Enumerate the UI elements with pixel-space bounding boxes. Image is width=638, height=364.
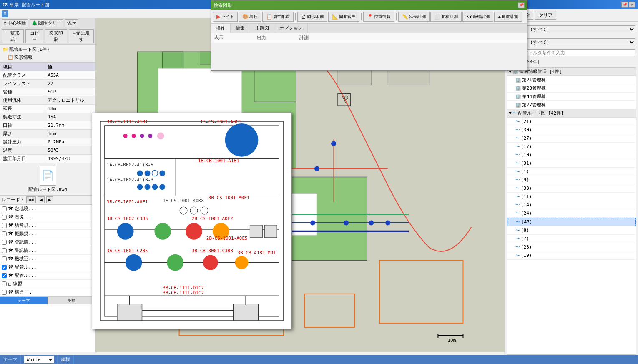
- table-row[interactable]: 配管クラスA55A: [0, 71, 95, 80]
- tree-item-building[interactable]: 🏢第21管理棟: [507, 76, 636, 84]
- sidebar-item-shape-info[interactable]: 📋 図形情報: [2, 53, 94, 61]
- search-length-btn[interactable]: 📏 延長計測: [398, 12, 430, 22]
- search-color-btn[interactable]: 🎨 着色: [239, 12, 261, 22]
- layer-item[interactable]: 🗺 石災...: [0, 213, 95, 221]
- tree-item-building[interactable]: 🏢第44管理棟: [507, 93, 636, 101]
- layer-checkbox[interactable]: [2, 256, 7, 261]
- file-icon[interactable]: 📄 配管ルート図.nwd: [28, 166, 67, 193]
- layer-item[interactable]: 🗺 構造...: [0, 288, 95, 296]
- right-close-btn[interactable]: ✕: [629, 2, 635, 8]
- table-row[interactable]: 製造寸法15A: [0, 113, 95, 121]
- layer-item[interactable]: □ 練習: [0, 280, 95, 288]
- tree-item-pipe[interactable]: 〜(27): [507, 134, 636, 143]
- attach-btn[interactable]: 添付: [65, 19, 78, 27]
- layer-checkbox[interactable]: [2, 265, 7, 270]
- record-first-btn[interactable]: ⊲⊲: [26, 196, 36, 203]
- record-prev-btn[interactable]: ◀: [38, 196, 45, 203]
- tree-item-building[interactable]: 🏢第23管理棟: [507, 84, 636, 93]
- table-row[interactable]: ラインリスト22: [0, 80, 95, 88]
- layer-tab-座標[interactable]: 座標: [48, 297, 96, 304]
- layer-item[interactable]: 🗺 敷地境...: [0, 205, 95, 213]
- tree-item-pipe[interactable]: 〜(24): [507, 209, 636, 218]
- layer-item[interactable]: 🗺 配管ル...: [0, 271, 95, 280]
- record-next-btn[interactable]: ▶: [46, 196, 53, 203]
- tree-panel: ▼ 🏢 建物情報管理 [4件] 🏢第21管理棟🏢第23管理棟🏢第44管理棟🏢第7…: [507, 67, 636, 355]
- layer-item[interactable]: 🗺 登記情...: [0, 246, 95, 255]
- undo-btn[interactable]: ⇒元に戻す: [69, 29, 94, 43]
- layer-item[interactable]: 🗺 配管ル...: [0, 263, 95, 271]
- center-move-btn[interactable]: ⊕中心移動: [2, 19, 28, 27]
- search-angle-btn[interactable]: ∠ 角度計測: [494, 12, 522, 22]
- search-range-btn[interactable]: 📐 図面範囲: [328, 12, 359, 22]
- layer-checkbox[interactable]: [2, 215, 7, 220]
- table-row[interactable]: 設計圧力0.2MPa: [0, 138, 95, 146]
- tree-item-pipe[interactable]: 〜(23): [507, 243, 636, 251]
- tree-item-pipe[interactable]: 〜(19): [507, 251, 636, 260]
- tree-item-pipe[interactable]: 〜(31): [507, 159, 636, 168]
- layer-item[interactable]: 🗺 騒音規...: [0, 221, 95, 230]
- tree-item-pipe[interactable]: 〜(14): [507, 201, 636, 209]
- search-tab-edit[interactable]: 編集: [231, 24, 250, 33]
- search-light-btn[interactable]: ▶ ライト: [213, 12, 238, 22]
- cad-svg: 3B-CS-1111-A1B1 13-CS-2001-A0C1 1B-CB-10…: [92, 113, 291, 329]
- tree-item-pipe[interactable]: 〜(9): [507, 176, 636, 184]
- tree-item-building[interactable]: 🏢第77管理棟: [507, 101, 636, 109]
- search-tab-operation[interactable]: 操作: [211, 24, 231, 33]
- app-title: 単票 配管ルート図: [10, 2, 49, 8]
- tree-collapse-pipes-icon: ▼: [509, 110, 512, 116]
- layer-name: 騒音規...: [15, 222, 37, 228]
- search-pin-btn[interactable]: 📌: [518, 2, 525, 8]
- tree-item-pipe[interactable]: 〜(17): [507, 143, 636, 151]
- tree-item-pipe[interactable]: 〜(1): [507, 168, 636, 176]
- layer-checkbox[interactable]: [2, 240, 7, 245]
- table-row[interactable]: 温度50℃: [0, 146, 95, 155]
- table-row[interactable]: 延長38m: [0, 105, 95, 113]
- layer-item[interactable]: 🗺 機械証...: [0, 255, 95, 263]
- table-row[interactable]: 管種SGP: [0, 88, 95, 96]
- layer-map-icon: □: [8, 281, 11, 286]
- layer-checkbox[interactable]: [2, 206, 7, 211]
- layer-checkbox[interactable]: [2, 223, 7, 228]
- threshold-tree-btn[interactable]: 🌲閾性ツリー: [30, 19, 63, 27]
- search-print-btn[interactable]: 🖨 図形印刷: [297, 12, 327, 22]
- tree-item-pipe[interactable]: 〜(8): [507, 226, 636, 235]
- search-coord-btn[interactable]: XY 座標計測: [462, 12, 493, 22]
- sidebar-item-piping-routes[interactable]: 📁 配管ルート図(1件): [2, 45, 94, 53]
- filter-shape-select[interactable]: ◇ (すべて): [522, 38, 635, 46]
- layer-checkbox[interactable]: [2, 290, 7, 295]
- search-pos-btn[interactable]: 📍 位置情報: [363, 12, 394, 22]
- table-row[interactable]: 施工年月日1999/4/8: [0, 155, 95, 163]
- print-shape-btn[interactable]: 図形印刷: [45, 29, 67, 43]
- tree-item-pipe[interactable]: 〜(10): [507, 151, 636, 159]
- table-row[interactable]: 使用流体アクリロニトリル: [0, 96, 95, 105]
- search-tab-theme[interactable]: 主題図: [250, 24, 274, 33]
- layer-item[interactable]: 🗺 振動規...: [0, 230, 95, 238]
- layer-checkbox[interactable]: [2, 273, 7, 278]
- tree-item-pipe[interactable]: 〜(33): [507, 184, 636, 193]
- table-row[interactable]: 口径21.7mm: [0, 121, 95, 130]
- tree-item-pipe[interactable]: 〜(7): [507, 235, 636, 243]
- list-view-btn[interactable]: 一覧形式: [2, 29, 24, 43]
- copy-btn[interactable]: コピー: [25, 29, 43, 43]
- layer-item[interactable]: 🗺 登記情...: [0, 238, 95, 246]
- layer-checkbox[interactable]: [2, 281, 7, 286]
- theme-select[interactable]: White Dark Classic: [24, 356, 54, 363]
- tree-item-pipe[interactable]: 〜(47): [507, 218, 636, 226]
- cad-popup: 3B-CS-1111-A1B1 13-CS-2001-A0C1 1B-CB-10…: [92, 113, 292, 329]
- layer-checkbox[interactable]: [2, 231, 7, 236]
- filter-layer-select[interactable]: ◇ (すべて): [522, 25, 635, 33]
- clear-btn[interactable]: クリア: [535, 11, 556, 20]
- layer-checkbox[interactable]: [2, 248, 7, 253]
- search-tab-options[interactable]: オプション: [274, 24, 308, 33]
- right-pin-btn[interactable]: 📌: [621, 2, 628, 8]
- tree-item-pipe[interactable]: 〜(30): [507, 126, 636, 134]
- search-area-btn[interactable]: ⬜ 面積計測: [430, 12, 462, 22]
- tree-item-pipe[interactable]: 〜(21): [507, 118, 636, 126]
- filter-name-input[interactable]: [522, 49, 635, 56]
- svg-point-68: [190, 207, 198, 214]
- layer-tab-テーマ[interactable]: テーマ: [0, 297, 48, 304]
- table-row[interactable]: 厚さ3mm: [0, 130, 95, 138]
- tree-item-pipe[interactable]: 〜(11): [507, 193, 636, 201]
- tree-group-pipes-header[interactable]: ▼ 〜 配管ルート図 [42件]: [507, 109, 636, 118]
- search-attr-btn[interactable]: 📋 属性配置: [262, 12, 294, 22]
